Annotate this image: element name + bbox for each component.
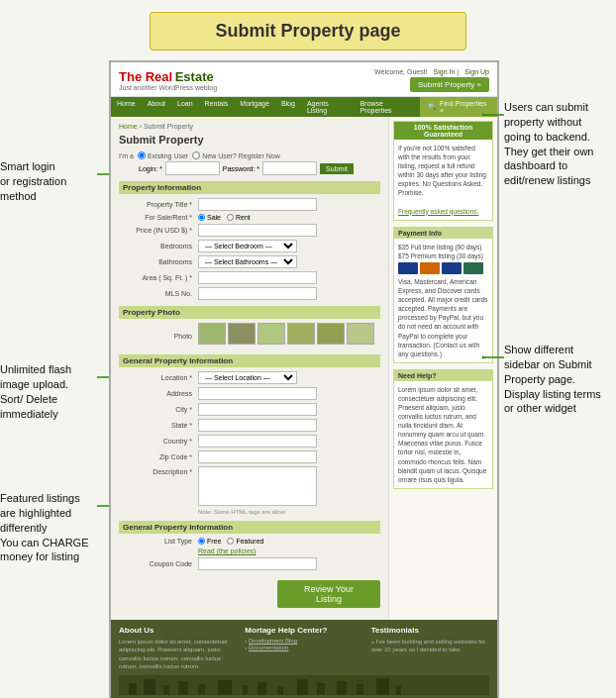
- breadcrumb-home[interactable]: Home: [119, 123, 138, 130]
- photo-thumb-3[interactable]: [257, 323, 285, 345]
- arrow-sidebar-icon: [482, 350, 504, 364]
- photo-label: Photo: [119, 333, 198, 340]
- country-label: Country *: [119, 438, 198, 445]
- nav-agents[interactable]: Agents Listing: [301, 97, 355, 117]
- city-label: City *: [119, 406, 198, 413]
- logo-estate: Estate: [175, 69, 214, 84]
- zip-input[interactable]: [198, 450, 317, 463]
- sign-up-link[interactable]: Sign Up: [464, 68, 489, 75]
- nav-blog[interactable]: Blog: [275, 97, 301, 117]
- sign-in-link[interactable]: Sign In: [434, 68, 456, 75]
- footer-help: Mortage Help Center? Development Blog Do…: [245, 626, 362, 671]
- policies-link[interactable]: Read (the policies): [198, 548, 256, 554]
- photo-thumb-1[interactable]: [198, 323, 226, 345]
- price-row: Price (IN USD $) *: [119, 224, 380, 237]
- login-label: I'm a: [119, 152, 134, 159]
- breadcrumb: Home › Submit Property: [119, 123, 380, 130]
- guarantee-content: If you're not 100% satisfied with the re…: [394, 140, 492, 220]
- nav-about[interactable]: About: [142, 97, 171, 117]
- footer-testimonials: Testimonials « I've been building and se…: [371, 626, 489, 671]
- address-label: Address: [119, 390, 198, 397]
- nav-mortgage[interactable]: Mortgage: [234, 97, 275, 117]
- page-title: Submit Property page: [166, 21, 450, 42]
- svg-rect-17: [376, 678, 389, 695]
- nav-bar: Home About Loan Rentals Mortgage Blog Ag…: [111, 97, 497, 117]
- description-textarea[interactable]: [198, 466, 317, 506]
- paypal-icon: [442, 262, 462, 274]
- review-button[interactable]: Review Your Listing: [277, 580, 380, 608]
- coupon-row: Coupon Code: [119, 557, 380, 570]
- area-label: Area ( Sq. Ft. ) *: [119, 274, 198, 281]
- city-row: City *: [119, 403, 380, 416]
- login-field-label: Login: *: [139, 165, 162, 172]
- screenshot: The Real Estate Just another WordPress w…: [109, 60, 499, 698]
- location-select[interactable]: — Select Location —: [198, 371, 297, 384]
- cityscape-svg: [119, 675, 489, 695]
- state-input[interactable]: [198, 419, 317, 432]
- price-label: Price (IN USD $) *: [119, 227, 198, 234]
- description-row: Description *: [119, 466, 380, 506]
- svg-rect-13: [297, 679, 308, 695]
- nav-rentals[interactable]: Rentals: [199, 97, 235, 117]
- bedrooms-label: Bedrooms: [119, 243, 198, 249]
- svg-rect-15: [337, 681, 347, 695]
- photo-thumb-4[interactable]: [287, 323, 315, 345]
- new-user-option[interactable]: New User? Register Now: [192, 151, 280, 159]
- address-input[interactable]: [198, 387, 317, 400]
- coupon-input[interactable]: [198, 557, 317, 570]
- guarantee-title: 100% Satisfaction Guaranteed: [394, 122, 492, 140]
- sidebar: 100% Satisfaction Guaranteed If you're n…: [388, 117, 497, 620]
- list-type-label: List Type: [119, 538, 198, 545]
- mls-label: MLS No.: [119, 290, 198, 297]
- svg-rect-6: [163, 685, 169, 695]
- login-submit-button[interactable]: Submit: [320, 163, 354, 174]
- address-row: Address: [119, 387, 380, 400]
- footer-about: About Us Lorem ipsum dolor sit amet, con…: [119, 626, 237, 671]
- featured-option[interactable]: Featured: [227, 538, 263, 545]
- sale-option[interactable]: Sale: [198, 214, 221, 221]
- price-input[interactable]: [198, 224, 317, 237]
- photo-thumb-6[interactable]: [347, 323, 374, 345]
- faq-link[interactable]: Frequently asked questions.: [398, 208, 478, 215]
- country-input[interactable]: [198, 435, 317, 448]
- nav-browse[interactable]: Browse Properties: [355, 97, 420, 117]
- bathrooms-label: Bathrooms: [119, 258, 198, 265]
- svg-rect-8: [198, 684, 205, 695]
- login-input[interactable]: [165, 161, 220, 175]
- zip-row: Zip Code *: [119, 450, 380, 463]
- dev-blog-link[interactable]: Development Blog: [249, 638, 297, 644]
- photo-thumb-2[interactable]: [228, 323, 256, 345]
- rent-option[interactable]: Rent: [227, 214, 251, 221]
- form-title: Submit Property: [119, 134, 380, 146]
- svg-rect-7: [178, 681, 188, 695]
- nav-loan[interactable]: Loan: [171, 97, 199, 117]
- footer-cityscape: [119, 675, 489, 695]
- mls-input[interactable]: [198, 287, 317, 300]
- free-option[interactable]: Free: [198, 538, 221, 545]
- location-label: Location *: [119, 374, 198, 381]
- city-input[interactable]: [198, 403, 317, 416]
- location-row: Location * — Select Location —: [119, 371, 380, 384]
- list-type-row: List Type Free Featured: [119, 538, 380, 545]
- svg-rect-11: [257, 682, 266, 695]
- property-title-input[interactable]: [198, 198, 317, 211]
- general-info2-header: General Property Information: [119, 521, 380, 534]
- payment-title: Payment Info: [394, 228, 492, 239]
- photo-thumb-5[interactable]: [317, 323, 345, 345]
- password-input[interactable]: [262, 161, 317, 175]
- bedrooms-select[interactable]: — Select Bedroom —: [198, 240, 297, 252]
- bathrooms-select[interactable]: — Select Bathrooms —: [198, 255, 297, 268]
- svg-rect-12: [277, 686, 283, 695]
- sale-rent-label: For Sale/Rent *: [119, 214, 198, 221]
- nav-home[interactable]: Home: [111, 97, 142, 117]
- existing-user-option[interactable]: Existing User: [138, 151, 188, 159]
- header-submit-button[interactable]: Submit Property »: [410, 77, 489, 92]
- documentation-link[interactable]: Documentation: [249, 645, 288, 650]
- payment-icons: [398, 262, 488, 274]
- annotation-sidebar: Show different sidebar on Submit Propert…: [504, 343, 611, 416]
- svg-rect-5: [144, 679, 155, 695]
- password-label: Password: *: [223, 165, 259, 172]
- site-footer: About Us Lorem ipsum dolor sit amet, con…: [111, 620, 497, 698]
- area-input[interactable]: [198, 271, 317, 284]
- coupon-label: Coupon Code: [119, 560, 198, 567]
